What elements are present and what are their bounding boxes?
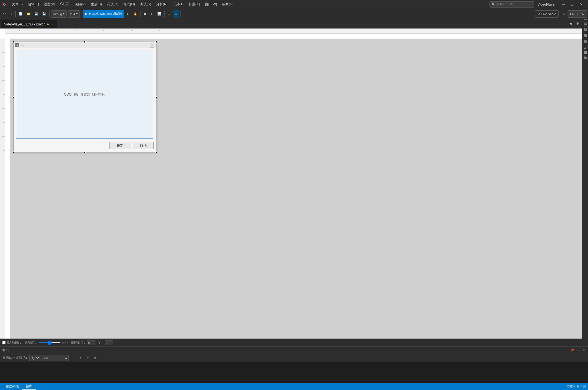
sidebar-tab-output[interactable]: 输出: [582, 59, 588, 65]
original-image-checkbox[interactable]: [2, 341, 6, 344]
dialog-widget[interactable]: Q zh ✕ TODO: 在此放置对话框控件。: [13, 42, 156, 152]
resize-handle-bc[interactable]: [84, 152, 86, 153]
tab-scroll-left[interactable]: ◀: [567, 20, 573, 27]
preview-button[interactable]: PREVIEW: [568, 10, 587, 18]
status-tab-output[interactable]: 输出: [22, 383, 36, 390]
menu-item-测试(S)[interactable]: 测试(S): [138, 1, 153, 8]
close-button[interactable]: ✕: [577, 0, 586, 9]
menu-item-Git(G)[interactable]: Git(G): [58, 1, 72, 8]
hot-reload-button[interactable]: 🔥: [132, 10, 139, 18]
maximize-button[interactable]: □: [568, 0, 577, 9]
layout-view-button[interactable]: ▤: [173, 10, 179, 18]
step-over-button[interactable]: ⬇: [149, 10, 155, 18]
menu-bar: 文件(F)编辑(E)视图(V)Git(G)项目(P)生成(B)调试(D)格式(O…: [10, 1, 489, 8]
output-settings-button[interactable]: ⚙: [92, 355, 98, 361]
live-share-icon: ↗: [538, 12, 540, 16]
debug-config-dropdown[interactable]: Debug ▾: [51, 10, 67, 18]
designer-canvas[interactable]: Q zh ✕ TODO: 在此放置对话框控件。: [10, 39, 582, 339]
redo-button[interactable]: ↪: [8, 10, 14, 18]
dialog-icon: Q: [15, 43, 19, 47]
output-find-button[interactable]: ≡: [85, 355, 90, 361]
ok-button[interactable]: 确定: [109, 142, 130, 149]
resize-handle-tc[interactable]: [84, 41, 86, 43]
open-button[interactable]: 📁: [25, 10, 32, 18]
tab-close-button[interactable]: ✕: [50, 22, 54, 26]
menu-item-分析(N)[interactable]: 分析(N): [154, 1, 170, 8]
dialog-placeholder-text: TODO: 在此放置对话框控件。: [62, 92, 107, 97]
sep-3: [81, 11, 81, 17]
panel-pin-button[interactable]: 📌: [570, 348, 575, 353]
panel-controls: 📌 — ✕: [570, 348, 586, 353]
dialog-title-bar: Q zh ✕: [14, 42, 156, 48]
tab-settings[interactable]: ⚙: [575, 20, 581, 27]
sidebar-tab-git[interactable]: Git 更改: [582, 42, 588, 53]
profile-icon: ☺: [561, 11, 565, 16]
menu-item-编辑(E)[interactable]: 编辑(E): [25, 1, 41, 8]
new-button[interactable]: 📄: [17, 10, 24, 18]
cancel-button[interactable]: 取消: [133, 142, 154, 149]
resize-handle-br[interactable]: [155, 152, 157, 153]
live-share-button[interactable]: ↗ Live Share: [535, 10, 559, 18]
panel-minimize-button[interactable]: —: [576, 348, 580, 353]
platform-dropdown[interactable]: x64 ▾: [68, 10, 80, 18]
sidebar-tab-resources[interactable]: 资源视图: [582, 19, 588, 25]
resize-handle-mr[interactable]: [155, 96, 157, 98]
editor-tab-dialog[interactable]: VideoPlayer....LOG - Dialog ✕: [1, 20, 57, 28]
run-debug-button[interactable]: ▶ ▶ 本地 Windows 调试器: [83, 10, 124, 18]
ruler-horizontal: 50 100 150 200 250 300: [5, 29, 582, 34]
dialog-close-button[interactable]: ✕: [150, 43, 154, 48]
minimize-button[interactable]: —: [559, 0, 568, 9]
tab-label: VideoPlayer....LOG - Dialog: [4, 22, 45, 26]
performance-button[interactable]: 📊: [156, 10, 163, 18]
undo-button[interactable]: ↩: [1, 10, 7, 18]
menu-item-窗口(W)[interactable]: 窗口(W): [203, 1, 219, 8]
resize-handle-ml[interactable]: [13, 96, 14, 98]
offset-y-input[interactable]: [105, 340, 113, 345]
menu-item-工具(T)[interactable]: 工具(T): [170, 1, 186, 8]
menu-item-视图(V)[interactable]: 视图(V): [42, 1, 57, 8]
sidebar-tab-class-wizard[interactable]: 类向导: [582, 31, 588, 37]
menu-item-调试(D)[interactable]: 调试(D): [105, 1, 121, 8]
menu-item-格式(O)[interactable]: 格式(O): [121, 1, 137, 8]
tab-bar-controls: ◀ ⚙: [567, 20, 581, 28]
continue-button[interactable]: ▶: [125, 10, 131, 18]
window-title: VideoPlayer: [534, 3, 559, 6]
panel-title: 输出: [2, 348, 9, 353]
menu-item-帮助(H)[interactable]: 帮助(H): [220, 1, 236, 8]
save-button[interactable]: 💾: [33, 10, 40, 18]
offset-y-item: Y：: [98, 340, 113, 345]
layout-grid-button[interactable]: ⊞: [166, 10, 172, 18]
panel-close-button[interactable]: ✕: [581, 348, 586, 353]
source-select[interactable]: Qt VS Tools 调试 生成 常规: [29, 355, 69, 361]
resize-handle-bl[interactable]: [13, 152, 14, 153]
toolbar: ↩ ↪ 📄 📁 💾 💾 Debug ▾ x64 ▾ ▶ ▶ 本地 Windows…: [0, 9, 588, 19]
output-clear-button[interactable]: ↑: [70, 355, 76, 361]
breakpoints-button[interactable]: ⏹: [142, 10, 148, 18]
opacity-slider[interactable]: [38, 342, 61, 343]
sidebar-tab-properties[interactable]: 属性: [582, 25, 588, 31]
menu-item-生成(B)[interactable]: 生成(B): [88, 1, 104, 8]
sep-4: [140, 11, 140, 17]
title-bar: Q t 文件(F)编辑(E)视图(V)Git(G)项目(P)生成(B)调试(D)…: [0, 0, 588, 9]
output-wrap-button[interactable]: ↕: [78, 355, 83, 361]
more-options-button[interactable]: ···: [116, 341, 119, 345]
save-all-button[interactable]: 💾: [41, 10, 48, 18]
sidebar-tab-debug-diag[interactable]: 调试诊断: [582, 37, 588, 42]
live-share-label: Live Share: [541, 12, 556, 16]
resize-handle-tl[interactable]: [13, 41, 14, 43]
resize-handle-tr[interactable]: [155, 41, 157, 43]
search-box[interactable]: 🔍 搜索 (Ctrl+Q): [489, 1, 534, 8]
svg-text:50: 50: [18, 29, 21, 32]
menu-item-文件(F)[interactable]: 文件(F): [10, 1, 25, 8]
status-tab-errors[interactable]: 错误列表: [2, 383, 22, 390]
opacity-value: 50%: [62, 341, 68, 344]
svg-text:250: 250: [130, 29, 134, 32]
profile-button[interactable]: ☺: [559, 10, 567, 18]
svg-rect-3: [5, 29, 582, 34]
offset-x-input[interactable]: [87, 340, 95, 345]
sidebar-tab-explorer[interactable]: 资源管理器: [582, 53, 588, 59]
sep-2: [49, 11, 50, 17]
menu-item-项目(P)[interactable]: 项目(P): [72, 1, 88, 8]
ruler-vertical: [0, 39, 5, 339]
menu-item-扩展(X)[interactable]: 扩展(X): [186, 1, 202, 8]
